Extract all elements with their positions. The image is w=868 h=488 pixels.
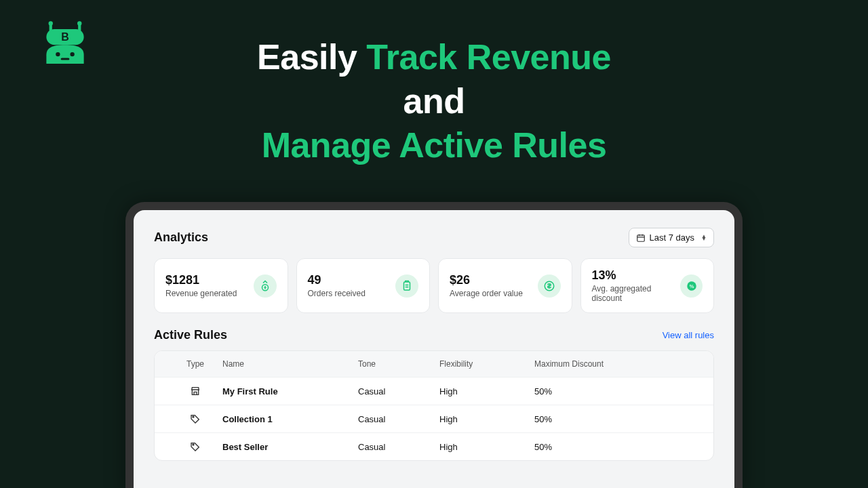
headline-line1-accent: Track Revenue xyxy=(366,37,611,77)
metric-cards: $1281 Revenue generated 49 Orders receiv… xyxy=(154,258,714,313)
card-discount-label: Avg. aggregated discount xyxy=(592,284,681,303)
robot-icon: B xyxy=(42,19,88,65)
headline-line2: and xyxy=(257,79,611,123)
store-icon xyxy=(190,386,201,396)
rule-name: My First Rule xyxy=(222,386,358,396)
rule-tone: Casual xyxy=(358,386,439,396)
calendar-icon xyxy=(636,233,646,243)
svg-rect-8 xyxy=(61,58,70,60)
rule-tone: Casual xyxy=(358,442,439,452)
col-name: Name xyxy=(222,359,358,369)
rule-flexibility: High xyxy=(439,386,534,396)
tablet-frame: Analytics Last 7 days ▲▼ $1281 Reven xyxy=(125,202,743,488)
discount-icon: % xyxy=(680,274,703,298)
rule-flexibility: High xyxy=(439,414,534,424)
card-orders-label: Orders received xyxy=(308,289,366,298)
card-discount-value: 13% xyxy=(592,268,681,283)
tag-icon xyxy=(190,413,201,424)
sort-icon: ▲▼ xyxy=(701,235,707,241)
card-revenue: $1281 Revenue generated xyxy=(154,258,288,313)
card-aov: $26 Average order value xyxy=(438,258,572,313)
tag-icon xyxy=(190,441,201,452)
date-range-label: Last 7 days xyxy=(650,232,695,243)
view-all-rules-link[interactable]: View all rules xyxy=(663,330,714,340)
card-revenue-label: Revenue generated xyxy=(165,289,237,298)
headline-line1-plain: Easily xyxy=(257,37,366,77)
card-aov-value: $26 xyxy=(450,273,523,287)
table-row[interactable]: Collection 1 Casual High 50% xyxy=(155,405,713,432)
card-orders: 49 Orders received xyxy=(296,258,431,313)
svg-point-20 xyxy=(193,416,194,418)
rule-maxdiscount: 50% xyxy=(534,414,700,424)
col-maxdiscount: Maximum Discount xyxy=(534,359,700,369)
rule-name: Collection 1 xyxy=(222,414,358,424)
rule-maxdiscount: 50% xyxy=(534,442,700,452)
svg-rect-9 xyxy=(637,235,644,241)
page-headline: Easily Track Revenue and Manage Active R… xyxy=(257,35,611,167)
col-type: Type xyxy=(168,359,222,369)
svg-text:B: B xyxy=(61,31,69,43)
svg-point-21 xyxy=(193,444,194,445)
card-discount: 13% Avg. aggregated discount % xyxy=(580,258,715,313)
rule-name: Best Seller xyxy=(222,442,358,452)
table-row[interactable]: My First Rule Casual High 50% xyxy=(155,377,713,405)
orders-icon xyxy=(395,274,418,298)
rules-table: Type Name Tone Flexibility Maximum Disco… xyxy=(154,350,714,461)
rule-flexibility: High xyxy=(439,442,534,452)
revenue-icon xyxy=(254,274,277,298)
brand-logo: B xyxy=(42,19,88,68)
svg-point-7 xyxy=(70,52,74,56)
headline-line3: Manage Active Rules xyxy=(257,123,611,167)
active-rules-title: Active Rules xyxy=(154,328,227,342)
svg-point-6 xyxy=(56,52,60,56)
svg-rect-14 xyxy=(404,282,410,290)
analytics-title: Analytics xyxy=(154,230,208,245)
app-screen: Analytics Last 7 days ▲▼ $1281 Reven xyxy=(134,210,734,488)
table-row[interactable]: Best Seller Casual High 50% xyxy=(155,432,713,460)
col-flexibility: Flexibility xyxy=(439,359,534,369)
col-tone: Tone xyxy=(358,359,439,369)
rule-tone: Casual xyxy=(358,414,439,424)
table-header: Type Name Tone Flexibility Maximum Disco… xyxy=(155,351,713,377)
date-range-picker[interactable]: Last 7 days ▲▼ xyxy=(629,228,714,247)
aov-icon xyxy=(538,274,561,298)
svg-text:%: % xyxy=(689,283,694,289)
card-revenue-value: $1281 xyxy=(165,273,237,287)
rule-maxdiscount: 50% xyxy=(534,386,700,396)
card-aov-label: Average order value xyxy=(450,289,523,298)
card-orders-value: 49 xyxy=(308,273,366,287)
